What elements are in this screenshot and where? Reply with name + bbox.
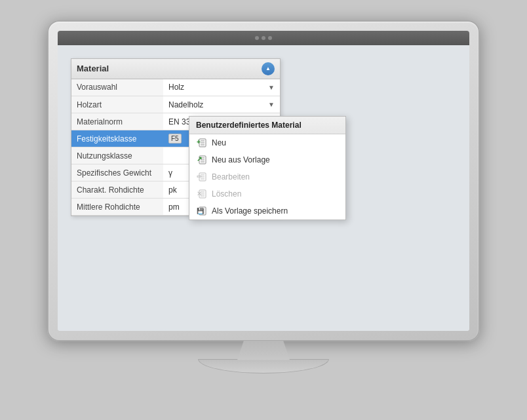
monitor-screen: Material Vorauswahl Holz ▼	[58, 31, 469, 331]
monitor-bezel: Material Vorauswahl Holz ▼	[47, 20, 480, 341]
row-label: Vorauswahl	[71, 79, 163, 96]
topbar-dot-1	[255, 36, 259, 40]
menu-item-loeschen: ✕ Löschen	[189, 185, 345, 202]
row-value[interactable]: Holz ▼	[163, 79, 280, 96]
value-text: pk	[168, 185, 177, 195]
row-label: Holzart	[71, 96, 163, 113]
monitor-stand-neck	[231, 341, 296, 360]
menu-item-bearbeiten: ✏ Bearbeiten	[189, 168, 345, 185]
pencil-grid-icon: ✏	[196, 172, 208, 182]
panel-header: Material	[71, 59, 280, 79]
value-text: Nadelholz	[168, 100, 203, 109]
svg-text:✕: ✕	[197, 190, 202, 197]
value-text: Holz	[168, 83, 184, 92]
monitor-stand-base	[198, 359, 329, 373]
svg-text:↗: ↗	[197, 155, 202, 162]
menu-item-neu[interactable]: + Neu	[189, 134, 345, 151]
panel-title: Material	[77, 64, 109, 73]
context-menu-title: Benutzerdefiniertes Material	[189, 117, 345, 134]
collapse-button[interactable]	[262, 62, 275, 75]
screen-content: Material Vorauswahl Holz ▼	[58, 45, 469, 331]
menu-item-label: Als Vorlage speichern	[212, 206, 288, 216]
grid-save-icon: 💾	[196, 206, 208, 216]
topbar-dot-2	[262, 36, 265, 40]
menu-item-neu-aus-vorlage[interactable]: ↗ Neu aus Vorlage	[189, 151, 345, 168]
value-text: γ	[168, 168, 172, 178]
plus-grid-arrow-icon: ↗	[196, 155, 208, 165]
row-label: Nutzungsklasse	[71, 147, 163, 164]
dropdown-arrow[interactable]: ▼	[268, 101, 275, 108]
row-label: Spezifisches Gewicht	[71, 164, 163, 181]
svg-text:💾: 💾	[197, 207, 205, 215]
monitor: Material Vorauswahl Holz ▼	[41, 20, 486, 400]
dropdown-arrow[interactable]: ▼	[268, 84, 275, 91]
row-label: Festigkeitsklasse	[71, 130, 163, 147]
menu-item-label: Löschen	[212, 189, 241, 199]
menu-item-als-vorlage[interactable]: 💾 Als Vorlage speichern	[189, 202, 345, 220]
plus-grid-icon: +	[196, 138, 208, 148]
svg-text:✏: ✏	[197, 173, 203, 180]
f5-badge: F5	[168, 134, 182, 143]
row-label: Charakt. Rohdichte	[71, 181, 163, 199]
svg-text:+: +	[197, 138, 201, 145]
menu-item-label: Neu aus Vorlage	[212, 155, 270, 164]
table-row: Vorauswahl Holz ▼	[71, 79, 280, 96]
x-grid-icon: ✕	[196, 189, 208, 199]
context-menu: Benutzerdefiniertes Material +	[189, 116, 346, 220]
value-text: pm	[168, 202, 180, 212]
row-label: Mittlere Rohdichte	[71, 199, 163, 216]
table-row: Holzart Nadelholz ▼	[71, 96, 280, 113]
menu-item-label: Neu	[212, 138, 226, 147]
menu-item-label: Bearbeiten	[212, 172, 250, 181]
row-value[interactable]: Nadelholz ▼	[163, 96, 280, 113]
topbar-dot-3	[268, 36, 272, 40]
row-label: Materialnorm	[71, 113, 163, 130]
screen-topbar	[58, 31, 469, 45]
